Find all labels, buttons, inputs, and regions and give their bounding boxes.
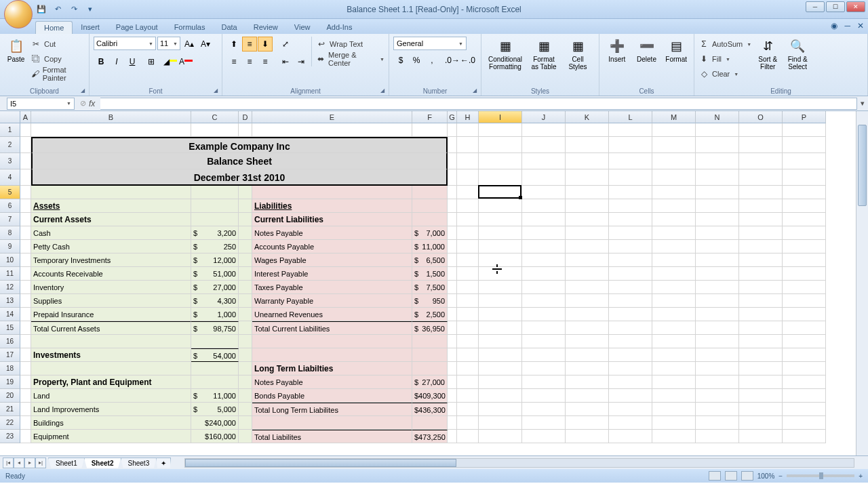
cell[interactable] — [783, 375, 826, 389]
cell[interactable] — [522, 416, 566, 430]
cell[interactable] — [239, 321, 252, 335]
cell[interactable] — [20, 403, 31, 416]
cell[interactable] — [696, 199, 739, 213]
cell[interactable] — [783, 123, 826, 137]
cell[interactable] — [783, 362, 826, 375]
cell[interactable] — [457, 213, 479, 226]
cell[interactable]: Cash — [31, 226, 191, 240]
cell[interactable] — [739, 169, 783, 186]
cell[interactable] — [239, 348, 252, 362]
cell[interactable] — [783, 321, 826, 335]
cell[interactable] — [739, 416, 783, 430]
cell[interactable] — [20, 362, 31, 375]
cell[interactable] — [739, 240, 783, 253]
tab-view[interactable]: View — [286, 21, 319, 34]
cell[interactable]: $473,250 — [412, 430, 448, 443]
cell[interactable]: Wages Payable — [252, 253, 412, 267]
cell[interactable] — [479, 213, 522, 226]
sheet-tab-sheet1[interactable]: Sheet1 — [48, 458, 85, 468]
cell[interactable] — [609, 137, 652, 153]
align-middle-icon[interactable]: ≡ — [242, 37, 257, 52]
minimize-button[interactable]: ─ — [806, 1, 825, 12]
cell[interactable]: $11,000 — [191, 389, 239, 403]
row-header-1[interactable]: 1 — [0, 123, 20, 137]
cell[interactable] — [696, 375, 739, 389]
cell[interactable] — [696, 169, 739, 186]
cell[interactable] — [566, 186, 609, 199]
cell[interactable]: Current Assets — [31, 213, 191, 226]
cell[interactable] — [457, 389, 479, 403]
select-all-corner[interactable] — [0, 111, 20, 123]
row-header-22[interactable]: 22 — [0, 416, 20, 430]
cell[interactable] — [609, 213, 652, 226]
cell[interactable] — [457, 226, 479, 240]
cell[interactable] — [448, 321, 457, 335]
cell[interactable]: Inventory — [31, 281, 191, 294]
cell[interactable]: Warranty Payable — [252, 294, 412, 308]
cell[interactable] — [566, 348, 609, 362]
row-header-18[interactable]: 18 — [0, 362, 20, 375]
cell[interactable] — [609, 321, 652, 335]
cell[interactable] — [448, 153, 457, 169]
cell[interactable] — [522, 281, 566, 294]
cell[interactable]: Buildings — [31, 416, 191, 430]
cell[interactable] — [696, 403, 739, 416]
cell[interactable] — [20, 153, 31, 169]
cell[interactable]: Total Liabilites — [252, 430, 412, 443]
cell[interactable] — [252, 186, 412, 199]
cell[interactable] — [522, 362, 566, 375]
cell[interactable] — [566, 362, 609, 375]
cell[interactable] — [739, 430, 783, 443]
italic-button[interactable]: I — [109, 54, 124, 69]
cell[interactable] — [609, 281, 652, 294]
cell[interactable] — [448, 226, 457, 240]
cell[interactable] — [652, 226, 696, 240]
cell[interactable] — [783, 430, 826, 443]
cell[interactable] — [739, 253, 783, 267]
decrease-decimal-icon[interactable]: ←.0 — [460, 53, 475, 68]
row-header-4[interactable]: 4 — [0, 169, 20, 186]
cell[interactable] — [566, 137, 609, 153]
cell[interactable] — [479, 137, 522, 153]
tab-nav-prev-icon[interactable]: ◂ — [14, 458, 24, 468]
cell[interactable] — [652, 430, 696, 443]
cell[interactable]: Supplies — [31, 294, 191, 308]
col-header-D[interactable]: D — [239, 111, 252, 123]
cell[interactable] — [239, 123, 252, 137]
cell[interactable] — [696, 226, 739, 240]
cell[interactable] — [739, 267, 783, 281]
cell[interactable] — [522, 294, 566, 308]
cell[interactable]: Temporary Investments — [31, 253, 191, 267]
cell[interactable] — [739, 226, 783, 240]
cell[interactable] — [252, 335, 412, 348]
maximize-button[interactable]: ☐ — [826, 1, 845, 12]
underline-button[interactable]: U — [125, 54, 140, 69]
cell[interactable] — [191, 199, 239, 213]
cell[interactable] — [457, 375, 479, 389]
cell[interactable] — [20, 321, 31, 335]
cell[interactable] — [20, 186, 31, 199]
cell[interactable] — [696, 362, 739, 375]
cell[interactable] — [191, 213, 239, 226]
zoom-level[interactable]: 100% — [757, 472, 775, 480]
copy-button[interactable]: ⿻Copy — [31, 52, 85, 66]
cell[interactable] — [479, 308, 522, 321]
shrink-font-icon[interactable]: A▾ — [198, 37, 213, 52]
cell[interactable] — [20, 253, 31, 267]
cell[interactable] — [696, 308, 739, 321]
cell[interactable] — [522, 186, 566, 199]
name-box[interactable]: I5▼ — [7, 98, 75, 110]
cell[interactable] — [609, 430, 652, 443]
grow-font-icon[interactable]: A▴ — [182, 37, 197, 52]
cell[interactable] — [20, 348, 31, 362]
cell[interactable] — [696, 321, 739, 335]
cell[interactable] — [522, 169, 566, 186]
cell[interactable]: Prepaid Insurance — [31, 308, 191, 321]
cell[interactable] — [479, 348, 522, 362]
delete-button[interactable]: ➖Delete — [633, 37, 660, 64]
row-header-10[interactable]: 10 — [0, 253, 20, 267]
col-header-E[interactable]: E — [252, 111, 412, 123]
cell[interactable]: Total Current Liabilities — [252, 321, 412, 335]
cell[interactable] — [239, 294, 252, 308]
cell[interactable] — [696, 430, 739, 443]
